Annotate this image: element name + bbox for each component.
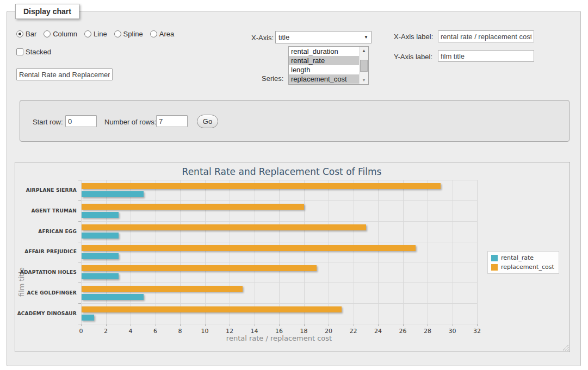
gridline-vertical	[205, 180, 206, 324]
x-tick-label: 12	[221, 328, 238, 335]
gridline-horizontal	[81, 262, 477, 262]
x-axis-tickmark	[477, 324, 478, 326]
chart-title-input[interactable]	[16, 68, 113, 80]
bar-replacement_cost[interactable]	[82, 204, 304, 210]
stacked-label: Stacked	[26, 48, 51, 56]
gridline-horizontal	[81, 324, 477, 324]
category-label: ACE GOLDFINGER	[15, 283, 77, 303]
stacked-checkbox-row[interactable]: Stacked	[16, 48, 51, 56]
scrollbar-thumb[interactable]	[360, 60, 368, 72]
y-axis-label-label: Y-Axis label:	[394, 53, 432, 61]
legend-label: rental_rate	[501, 254, 534, 261]
scroll-up-icon[interactable]: ▲	[360, 47, 368, 55]
category-label: AGENT TRUMAN	[15, 200, 77, 221]
radio-label: Bar	[26, 30, 36, 38]
category-label: AIRPLANE SIERRA	[15, 180, 77, 200]
gridline-horizontal	[81, 200, 477, 201]
chart-type-radio-spline[interactable]: Spline	[114, 30, 143, 38]
y-axis-tickmark	[78, 324, 81, 324]
x-tick-label: 0	[73, 328, 89, 335]
bar-replacement_cost[interactable]	[82, 265, 317, 271]
chart-legend[interactable]: rental_ratereplacement_cost	[487, 251, 559, 274]
listbox-scrollbar[interactable]: ▲ ▼	[359, 47, 368, 84]
bar-replacement_cost[interactable]	[82, 306, 342, 312]
bar-rental_rate[interactable]	[82, 233, 119, 239]
chart-type-radio-area[interactable]: Area	[150, 30, 174, 38]
bar-rental_rate[interactable]	[82, 253, 119, 259]
x-tick-label: 28	[419, 328, 436, 335]
bar-replacement_cost[interactable]	[82, 286, 243, 292]
gridline-vertical	[180, 180, 181, 324]
radio-label: Spline	[123, 30, 143, 38]
chart-type-radio-column[interactable]: Column	[44, 30, 77, 38]
chart-type-radio-bar[interactable]: Bar	[16, 30, 36, 38]
bar-replacement_cost[interactable]	[82, 183, 441, 189]
gridline-vertical	[304, 180, 305, 324]
bar-rental_rate[interactable]	[82, 294, 144, 300]
radio-icon[interactable]	[16, 30, 23, 37]
bar-replacement_cost[interactable]	[82, 245, 416, 251]
gridline-horizontal	[81, 242, 477, 242]
gridline-vertical	[131, 180, 131, 324]
gridline-horizontal	[81, 283, 477, 283]
bar-rental_rate[interactable]	[82, 315, 94, 321]
x-axis-selected-value: title	[278, 33, 289, 41]
radio-icon[interactable]	[84, 30, 91, 37]
number-of-rows-input[interactable]	[156, 115, 188, 127]
bar-rental_rate[interactable]	[82, 273, 119, 279]
series-option-rental_duration[interactable]: rental_duration	[289, 47, 359, 56]
x-tick-label: 2	[98, 328, 114, 335]
series-listbox-label: Series:	[262, 74, 283, 83]
x-tick-label: 4	[122, 328, 139, 335]
y-axis-label-input[interactable]	[438, 50, 534, 62]
chart-type-radio-line[interactable]: Line	[84, 30, 107, 38]
category-label: AFRICAN EGG	[15, 221, 77, 242]
gridline-horizontal	[81, 180, 477, 180]
radio-icon[interactable]	[44, 30, 51, 37]
gridline-vertical	[378, 180, 379, 324]
x-tick-label: 20	[320, 328, 337, 335]
x-axis-label-input[interactable]	[438, 30, 534, 42]
legend-item-replacement_cost[interactable]: replacement_cost	[491, 264, 554, 271]
x-tick-label: 18	[296, 328, 312, 335]
x-tick-label: 14	[246, 328, 263, 335]
series-option-replacement_cost[interactable]: replacement_cost	[289, 74, 359, 84]
scroll-down-icon[interactable]: ▼	[360, 76, 368, 84]
y-axis-tickmark	[78, 200, 81, 201]
legend-label: replacement_cost	[501, 264, 554, 271]
gridline-vertical	[81, 180, 82, 324]
chart-type-radio-group: BarColumnLineSplineArea	[16, 30, 174, 38]
radio-icon[interactable]	[150, 30, 157, 37]
plot-area: 02468101214161820222426283032AIRPLANE SI…	[15, 162, 570, 352]
start-row-input[interactable]	[65, 115, 97, 127]
radio-label: Line	[94, 30, 107, 38]
bar-replacement_cost[interactable]	[82, 224, 366, 230]
gridline-vertical	[279, 180, 280, 324]
legend-item-rental_rate[interactable]: rental_rate	[491, 254, 554, 261]
series-listbox[interactable]: rental_durationrental_ratelengthreplacem…	[288, 46, 369, 85]
x-axis-select-label: X-Axis:	[251, 34, 274, 42]
radio-label: Column	[53, 30, 77, 38]
gridline-horizontal	[81, 221, 477, 222]
gridline-vertical	[106, 180, 107, 324]
series-option-rental_rate[interactable]: rental_rate	[289, 56, 359, 65]
x-tick-label: 8	[172, 328, 188, 335]
page: Display chart BarColumnLineSplineArea St…	[0, 0, 588, 370]
gridline-vertical	[477, 180, 478, 324]
rows-panel	[20, 100, 570, 142]
x-axis-select[interactable]: title ▼	[275, 31, 372, 43]
radio-icon[interactable]	[114, 30, 121, 37]
stacked-checkbox[interactable]	[16, 48, 23, 55]
series-option-length[interactable]: length	[289, 65, 359, 74]
category-label: ACADEMY DINOSAUR	[15, 303, 77, 324]
y-axis-tickmark	[78, 262, 81, 262]
select-dropdown-arrow-icon: ▼	[364, 35, 368, 40]
x-tick-label: 26	[395, 328, 411, 335]
x-axis-label-label: X-Axis label:	[394, 33, 433, 41]
fieldset-legend: Display chart	[15, 4, 79, 19]
gridline-vertical	[453, 180, 453, 324]
bar-rental_rate[interactable]	[82, 212, 119, 218]
x-tick-label: 22	[345, 328, 362, 335]
bar-rental_rate[interactable]	[82, 191, 144, 197]
go-button[interactable]: Go	[197, 115, 218, 128]
